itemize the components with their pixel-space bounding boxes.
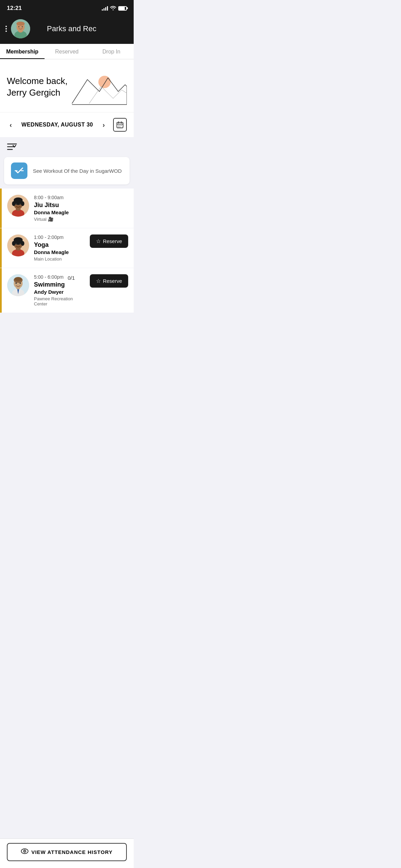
wod-logo [11, 162, 27, 179]
welcome-text: Welcome back, Jerry Gergich [7, 75, 68, 99]
welcome-greeting: Welcome back, [7, 76, 68, 86]
mountain-illustration [69, 68, 127, 107]
virtual-label: Virtual [34, 217, 47, 222]
tab-membership[interactable]: Membership [0, 44, 45, 59]
svg-point-50 [15, 282, 17, 284]
class-list: 8:00 - 9:00am Jiu Jitsu Donna Meagle Vir… [0, 189, 134, 340]
svg-point-38 [14, 237, 23, 243]
class-card-jiujitsu: 8:00 - 9:00am Jiu Jitsu Donna Meagle Vir… [0, 189, 134, 228]
virtual-badge: Virtual 🎥 [34, 217, 128, 222]
class-card-yoga: 1:00 - 2:00pm Yoga Donna Meagle Main Loc… [0, 228, 134, 268]
svg-point-32 [20, 203, 21, 205]
menu-button[interactable] [5, 26, 7, 32]
date-label: WEDNESDAY, AUGUST 30 [20, 122, 95, 128]
svg-point-14 [121, 125, 122, 126]
class-info-jiujitsu: 8:00 - 9:00am Jiu Jitsu Donna Meagle Vir… [34, 195, 128, 222]
signal-icon [102, 6, 108, 11]
wifi-icon [110, 5, 116, 11]
status-icons [102, 5, 127, 11]
reserve-button-swimming[interactable]: ☆ Reserve [90, 274, 128, 288]
class-meta-yoga: ☆ Reserve [90, 234, 128, 248]
class-info-swimming: 5:00 - 6:00pm 0/1 Swimming Andy Dwyer Pa… [34, 274, 85, 306]
battery-icon [118, 6, 127, 11]
svg-point-4 [16, 22, 25, 26]
calendar-button[interactable] [113, 118, 127, 132]
app-header: Parks and Rec [0, 15, 134, 44]
star-icon: ☆ [96, 238, 101, 244]
class-card-swimming: 5:00 - 6:00pm 0/1 Swimming Andy Dwyer Pa… [0, 268, 134, 313]
instructor-avatar-donna [7, 195, 29, 217]
tab-dropin[interactable]: Drop In [89, 44, 134, 59]
class-time-yoga: 1:00 - 2:00pm [34, 234, 85, 240]
avatar[interactable] [11, 19, 30, 38]
prev-date-button[interactable]: ‹ [7, 120, 15, 130]
svg-point-7 [98, 76, 111, 88]
svg-point-15 [118, 126, 119, 127]
star-icon-swimming: ☆ [96, 278, 101, 284]
sort-button[interactable] [7, 144, 17, 153]
video-icon: 🎥 [48, 217, 53, 222]
class-instructor: Donna Meagle [34, 209, 128, 215]
wod-text: See Workout Of the Day in SugarWOD [33, 168, 122, 174]
instructor-avatar-andy [7, 274, 29, 296]
class-instructor-swimming: Andy Dwyer [34, 289, 85, 295]
tab-reserved[interactable]: Reserved [45, 44, 89, 59]
svg-point-40 [21, 241, 24, 246]
svg-point-30 [21, 201, 24, 206]
svg-point-13 [120, 125, 120, 126]
svg-point-39 [12, 241, 15, 246]
svg-point-31 [15, 203, 17, 205]
class-name: Jiu Jitsu [34, 202, 128, 209]
class-name-yoga: Yoga [34, 241, 85, 249]
sort-bar [0, 137, 134, 157]
class-spots-swimming: 0/1 [68, 275, 75, 281]
welcome-name: Jerry Gergich [7, 87, 60, 98]
wod-banner[interactable]: See Workout Of the Day in SugarWOD [4, 157, 130, 184]
svg-point-29 [12, 201, 15, 206]
status-bar: 12:21 [0, 0, 134, 15]
svg-point-6 [22, 26, 23, 27]
class-time-swimming: 5:00 - 6:00pm [34, 274, 63, 280]
svg-point-49 [14, 277, 22, 281]
svg-point-28 [14, 197, 23, 203]
class-meta-swimming: ☆ Reserve [90, 274, 128, 288]
class-location-swimming: Pawnee Recreation Center [34, 296, 85, 306]
svg-point-51 [20, 282, 21, 284]
svg-point-5 [19, 26, 20, 27]
instructor-avatar-donna2 [7, 234, 29, 256]
svg-point-16 [120, 126, 120, 127]
next-date-button[interactable]: › [100, 120, 108, 130]
reserve-button-yoga[interactable]: ☆ Reserve [90, 234, 128, 248]
class-instructor-yoga: Donna Meagle [34, 249, 85, 255]
class-info-yoga: 1:00 - 2:00pm Yoga Donna Meagle Main Loc… [34, 234, 85, 262]
svg-point-42 [20, 243, 21, 244]
welcome-section: Welcome back, Jerry Gergich [0, 59, 134, 112]
tabs-bar: Membership Reserved Drop In [0, 44, 134, 59]
svg-point-12 [118, 125, 119, 126]
class-time: 8:00 - 9:00am [34, 195, 128, 200]
svg-point-41 [15, 243, 17, 244]
class-name-swimming: Swimming [34, 281, 85, 288]
date-nav: ‹ WEDNESDAY, AUGUST 30 › [0, 112, 134, 137]
class-location-yoga: Main Location [34, 256, 85, 262]
header-title: Parks and Rec [34, 24, 109, 33]
status-time: 12:21 [7, 5, 22, 12]
